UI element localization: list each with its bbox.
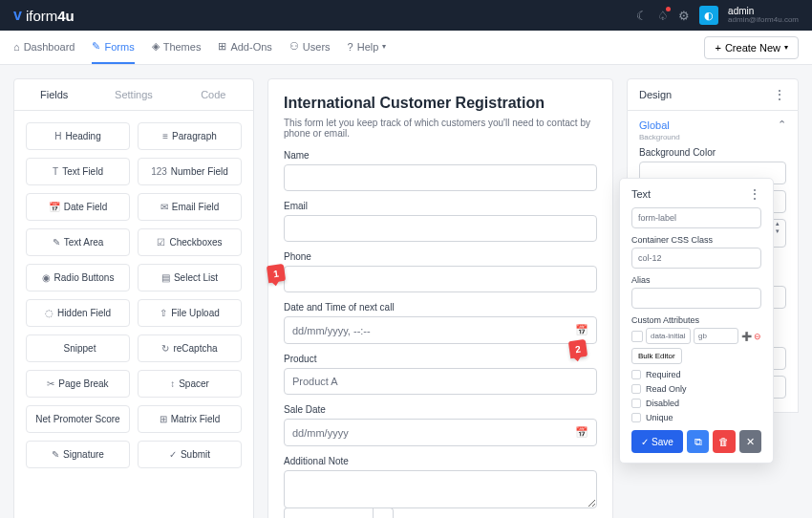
home-icon: ⌂	[13, 41, 20, 53]
css-class-input[interactable]	[631, 207, 761, 228]
email-label: Email	[284, 201, 597, 211]
user-info[interactable]: admin admin@iform4u.com	[728, 6, 799, 25]
calendar-icon: 📅	[575, 426, 588, 439]
field-icon: 123	[151, 166, 167, 177]
navbar: ⌂Dashboard ✎Forms ◈Themes ⊞Add-Ons ⚇User…	[0, 31, 812, 65]
form-title: International Customer Registration	[284, 95, 597, 112]
settings-icon[interactable]: ⚙	[678, 9, 690, 23]
save-form-dropdown[interactable]: ▴	[374, 507, 394, 518]
nav-users[interactable]: ⚇Users	[289, 31, 331, 64]
field-icon: ☑	[157, 237, 165, 248]
field-icon: ✎	[52, 449, 59, 460]
copy-icon: ⧉	[694, 436, 702, 448]
container-css-label: Container CSS Class	[631, 235, 761, 245]
tab-code[interactable]: Code	[174, 79, 253, 110]
avatar[interactable]: ◐	[699, 6, 718, 25]
moon-icon[interactable]: ☾	[636, 9, 648, 23]
bulk-editor-button[interactable]: Bulk Editor	[631, 348, 682, 364]
text-settings-popup: Text⋮ Container CSS Class Alias Custom A…	[619, 178, 774, 464]
field-date-field[interactable]: 📅Date Field	[26, 193, 130, 221]
name-input[interactable]	[284, 164, 597, 191]
background-subheader: Background	[639, 133, 786, 141]
field-select-list[interactable]: ▤Select List	[138, 264, 242, 291]
trash-icon: 🗑	[718, 436, 729, 447]
popup-menu-icon[interactable]: ⋮	[748, 190, 761, 198]
field-icon: ✓	[169, 449, 177, 460]
annotation-marker-2: 2	[568, 339, 588, 358]
field-hidden-field[interactable]: ◌Hidden Field	[26, 299, 130, 327]
field-signature[interactable]: ✎Signature	[26, 441, 130, 468]
alias-input[interactable]	[631, 288, 761, 309]
product-select[interactable]: Product A	[284, 368, 597, 395]
field-icon: ✎	[53, 237, 60, 248]
center-panel: International Customer Registration This…	[267, 78, 613, 518]
field-submit[interactable]: ✓Submit	[138, 441, 242, 468]
readonly-checkbox[interactable]	[631, 384, 641, 394]
nav-forms[interactable]: ✎Forms	[92, 31, 134, 64]
annotation-marker-1: 1	[267, 264, 286, 283]
phone-input[interactable]	[284, 266, 597, 292]
disabled-checkbox[interactable]	[631, 399, 641, 408]
required-checkbox[interactable]	[631, 370, 641, 379]
tab-fields[interactable]: Fields	[14, 79, 94, 110]
save-form-button[interactable]: ✓Save Form	[284, 507, 374, 518]
attr-checkbox[interactable]	[631, 331, 643, 342]
field-icon: ◉	[42, 272, 51, 283]
field-snippet[interactable]: Snippet	[26, 335, 130, 362]
attr-value-input[interactable]	[694, 328, 738, 344]
design-header: Design ⋮	[627, 78, 799, 111]
note-textarea[interactable]	[284, 470, 597, 508]
field-spacer[interactable]: ↕Spacer	[138, 370, 242, 398]
container-css-input[interactable]	[631, 248, 761, 269]
save-form-bar: ✓Save Form ▴	[284, 507, 394, 518]
field-radio-buttons[interactable]: ◉Radio Buttons	[26, 264, 130, 291]
help-icon: ?	[348, 41, 353, 53]
create-new-button[interactable]: +Create New▾	[704, 36, 799, 59]
attr-key-input[interactable]	[646, 328, 691, 344]
left-tabs: Fields Settings Code	[14, 79, 253, 111]
nav-addons[interactable]: ⊞Add-Ons	[218, 31, 271, 64]
field-text-area[interactable]: ✎Text Area	[26, 228, 130, 256]
field-heading[interactable]: HHeading	[26, 122, 130, 150]
copy-button[interactable]: ⧉	[687, 430, 709, 453]
tab-settings[interactable]: Settings	[94, 79, 173, 110]
name-label: Name	[284, 150, 597, 161]
field-icon: ✂	[47, 378, 54, 389]
design-menu-icon[interactable]: ⋮	[773, 91, 786, 98]
field-page-break[interactable]: ✂Page Break	[26, 370, 130, 398]
field-recaptcha[interactable]: ↻reCaptcha	[138, 335, 242, 362]
chevron-down-icon: ▾	[382, 42, 386, 51]
close-button[interactable]: ✕	[739, 430, 761, 453]
field-file-upload[interactable]: ⇧File Upload	[138, 299, 242, 327]
logo-mark-icon: v	[13, 7, 22, 24]
field-paragraph[interactable]: ≡Paragraph	[138, 122, 242, 150]
datetime-input[interactable]: dd/mm/yyyy, --:--📅	[284, 316, 597, 344]
remove-icon[interactable]: ⊖	[754, 332, 761, 341]
field-email-field[interactable]: ✉Email Field	[138, 193, 242, 221]
nav-help[interactable]: ?Help▾	[348, 31, 387, 64]
bell-icon[interactable]: ♤	[657, 9, 669, 23]
add-icon[interactable]: ➕	[741, 332, 752, 341]
nav-themes[interactable]: ◈Themes	[152, 31, 202, 64]
chevron-up-icon: ⌃	[778, 119, 786, 131]
field-number-field[interactable]: 123Number Field	[138, 158, 242, 185]
popup-title: Text	[631, 188, 651, 200]
note-label: Additional Note	[284, 456, 597, 466]
popup-save-button[interactable]: ✓Save	[631, 430, 683, 453]
email-input[interactable]	[284, 215, 597, 242]
fields-grid: HHeading≡ParagraphTText Field123Number F…	[14, 111, 253, 480]
custom-attr-row: ➕⊖	[631, 328, 761, 344]
saledate-input[interactable]: dd/mm/yyyy📅	[284, 419, 597, 446]
nav-dashboard[interactable]: ⌂Dashboard	[13, 31, 75, 64]
form-description: This form let you keep track of which cu…	[284, 118, 597, 139]
custom-attr-label: Custom Attributes	[631, 315, 761, 325]
field-icon: T	[53, 166, 58, 177]
field-text-field[interactable]: TText Field	[26, 158, 130, 185]
unique-checkbox[interactable]	[631, 413, 641, 422]
field-matrix-field[interactable]: ⊞Matrix Field	[138, 405, 242, 433]
delete-button[interactable]: 🗑	[713, 430, 735, 453]
field-checkboxes[interactable]: ☑Checkboxes	[138, 228, 242, 256]
field-net-promoter-score[interactable]: Net Promoter Score	[26, 405, 130, 433]
logo[interactable]: v iform4u	[13, 7, 75, 24]
field-icon: ⇧	[160, 308, 167, 318]
